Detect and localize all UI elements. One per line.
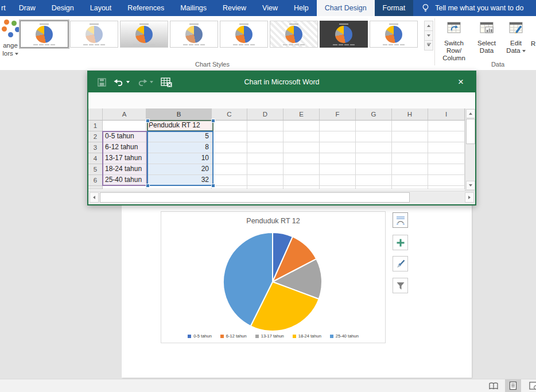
- cell-B1[interactable]: Penduduk RT 12: [146, 121, 212, 131]
- refresh-data-button-partial[interactable]: R: [531, 40, 535, 47]
- undo-button[interactable]: [114, 78, 130, 87]
- cell-E6[interactable]: [283, 175, 320, 186]
- pie-chart-object[interactable]: Penduduk RT 12 0-5 tahun6-12 tahun13-17 …: [161, 211, 386, 343]
- cell-A2[interactable]: 0-5 tahun: [103, 131, 146, 142]
- cell-E3[interactable]: [283, 142, 320, 153]
- row-header-5[interactable]: 5: [88, 164, 103, 175]
- cell-I4[interactable]: [428, 153, 465, 164]
- vertical-scroll-thumb[interactable]: [466, 119, 475, 144]
- tab-mailings[interactable]: Mailings: [172, 0, 215, 16]
- row-header-6[interactable]: 6: [88, 175, 103, 186]
- gallery-scroll-down-button[interactable]: [424, 30, 433, 41]
- read-mode-button[interactable]: [485, 379, 502, 392]
- chart-elements-button[interactable]: [393, 235, 408, 250]
- chart-style-6[interactable]: [270, 21, 318, 48]
- edit-data-button[interactable]: Edit Data: [503, 21, 529, 55]
- horizontal-scroll-thumb[interactable]: [100, 192, 410, 203]
- cell-H4[interactable]: [392, 153, 428, 164]
- web-layout-button-partial[interactable]: [526, 379, 536, 392]
- legend-item[interactable]: 13-17 tahun: [255, 333, 284, 339]
- cell-B2[interactable]: 5: [146, 131, 212, 142]
- chart-style-5[interactable]: [220, 21, 268, 48]
- tab-format[interactable]: Format: [375, 0, 414, 16]
- cell-A4[interactable]: 13-17 tahun: [103, 153, 146, 164]
- cell-C7[interactable]: [212, 186, 247, 189]
- tab-draw[interactable]: Draw: [11, 0, 44, 16]
- chart-window-title-bar[interactable]: Chart in Microsoft Word ×: [88, 72, 475, 92]
- chart-styles-button[interactable]: [393, 256, 408, 271]
- cell-D3[interactable]: [247, 142, 283, 153]
- tab-chart-design[interactable]: Chart Design: [317, 0, 375, 16]
- cell-B5[interactable]: 20: [146, 164, 212, 175]
- cell-D6[interactable]: [247, 175, 283, 186]
- cell-I5[interactable]: [428, 164, 465, 175]
- cell-E7[interactable]: [283, 186, 320, 189]
- scroll-right-button[interactable]: [465, 192, 474, 203]
- cell-D5[interactable]: [247, 164, 283, 175]
- sheet-horizontal-scrollbar[interactable]: [88, 191, 475, 204]
- chart-style-4[interactable]: [170, 21, 218, 48]
- gallery-scroll-up-button[interactable]: [424, 21, 433, 31]
- column-header-F[interactable]: F: [320, 108, 356, 121]
- tab-help[interactable]: Help: [286, 0, 317, 16]
- cell-I3[interactable]: [428, 142, 465, 153]
- excel-sheet-icon[interactable]: [161, 77, 172, 87]
- tab-references[interactable]: References: [119, 0, 172, 16]
- gallery-more-button[interactable]: [424, 40, 433, 51]
- cell-F7[interactable]: [320, 186, 356, 189]
- column-header-I[interactable]: I: [428, 108, 465, 121]
- chart-style-7[interactable]: [320, 21, 368, 48]
- cell-B3[interactable]: 8: [146, 142, 212, 153]
- cell-F4[interactable]: [320, 153, 356, 164]
- cell-G4[interactable]: [356, 153, 392, 164]
- legend-item[interactable]: 18-24 tahun: [293, 333, 321, 339]
- cell-G3[interactable]: [356, 142, 392, 153]
- column-header-G[interactable]: G: [356, 108, 392, 121]
- cell-C5[interactable]: [212, 164, 247, 175]
- chart-style-8[interactable]: [370, 21, 418, 48]
- cell-B7[interactable]: [146, 186, 212, 189]
- chart-filters-button[interactable]: [393, 278, 408, 293]
- sheet-vertical-scrollbar[interactable]: [465, 108, 475, 191]
- column-header-E[interactable]: E: [283, 108, 320, 121]
- cell-H6[interactable]: [392, 175, 428, 186]
- legend-item[interactable]: 0-5 tahun: [188, 333, 212, 339]
- scroll-down-button[interactable]: [466, 181, 475, 190]
- cell-I2[interactable]: [428, 131, 465, 142]
- tab-insert-partial[interactable]: rt: [0, 0, 11, 16]
- tab-view[interactable]: View: [254, 0, 286, 16]
- cell-G7[interactable]: [356, 186, 392, 189]
- cell-H2[interactable]: [392, 131, 428, 142]
- cell-C1[interactable]: [212, 121, 247, 131]
- redo-button[interactable]: [137, 78, 153, 87]
- row-header-3[interactable]: 3: [88, 142, 103, 153]
- tell-me-box[interactable]: Tell me what you want to do: [421, 0, 523, 16]
- row-header-4[interactable]: 4: [88, 153, 103, 164]
- select-data-button[interactable]: SelectData: [473, 21, 500, 55]
- chart-style-2[interactable]: [70, 21, 118, 48]
- layout-options-button[interactable]: [393, 212, 408, 228]
- cell-D1[interactable]: [247, 121, 283, 131]
- cell-E5[interactable]: [283, 164, 320, 175]
- cell-G6[interactable]: [356, 175, 392, 186]
- cell-A1[interactable]: [103, 121, 146, 131]
- cell-I7[interactable]: [428, 186, 465, 189]
- scroll-up-button[interactable]: [466, 109, 475, 118]
- cell-D4[interactable]: [247, 153, 283, 164]
- cell-F6[interactable]: [320, 175, 356, 186]
- column-header-C[interactable]: C: [212, 108, 247, 121]
- cell-F3[interactable]: [320, 142, 356, 153]
- close-button[interactable]: ×: [452, 72, 469, 92]
- cell-D2[interactable]: [247, 131, 283, 142]
- row-header-1[interactable]: 1: [88, 121, 103, 131]
- cell-E2[interactable]: [283, 131, 320, 142]
- cell-G2[interactable]: [356, 131, 392, 142]
- cell-B4[interactable]: 10: [146, 153, 212, 164]
- cell-A5[interactable]: 18-24 tahun: [103, 164, 146, 175]
- column-header-A[interactable]: A: [103, 108, 146, 121]
- cell-I1[interactable]: [428, 121, 465, 131]
- tab-design[interactable]: Design: [44, 0, 82, 16]
- scroll-left-button[interactable]: [90, 192, 99, 203]
- save-icon[interactable]: [98, 78, 106, 87]
- cell-H3[interactable]: [392, 142, 428, 153]
